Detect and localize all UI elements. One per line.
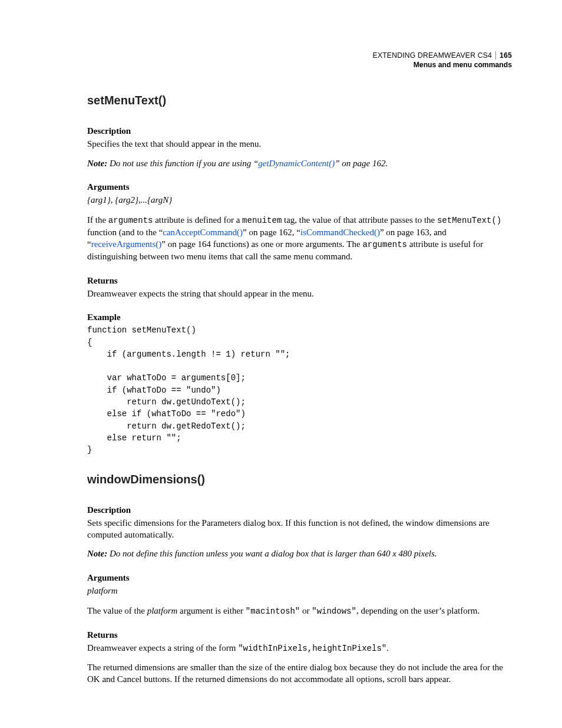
text: , depending on the user’s platform. — [356, 606, 480, 615]
arguments-signature: {arg1}, {arg2},...{argN} — [87, 194, 512, 206]
text: attribute is defined for a — [153, 215, 242, 225]
page-content: setMenuText() Description Specifies the … — [87, 50, 512, 686]
returns-text-2b: The returned dimensions are smaller than… — [87, 661, 512, 686]
note-setmenutext: Note: Do not use this function if you ar… — [87, 157, 512, 169]
code-menuitem: menuitem — [242, 216, 282, 225]
subhead-description-2: Description — [87, 504, 512, 516]
code-windows: "windows" — [312, 607, 356, 616]
link-receivearguments[interactable]: receiveArguments() — [91, 239, 162, 249]
heading-setmenutext: setMenuText() — [87, 93, 512, 108]
note-text-b: ” on page 162. — [335, 159, 388, 168]
text: Dreamweaver expects a string of the form — [87, 643, 238, 653]
page-number: 165 — [495, 51, 512, 60]
note-lead-2: Note: — [87, 549, 110, 558]
subhead-arguments-2: Arguments — [87, 572, 512, 584]
text: The value of the — [87, 606, 147, 615]
section-returns: Returns Dreamweaver expects the string t… — [87, 275, 512, 300]
text: or — [300, 606, 312, 615]
text: ” on page 162, “ — [243, 228, 300, 237]
note-windowdimensions: Note: Do not define this function unless… — [87, 548, 512, 559]
link-getdynamiccontent[interactable]: getDynamicContent() — [258, 159, 335, 168]
doc-title: EXTENDING DREAMWEAVER CS4 — [373, 51, 492, 60]
section-example: Example function setMenuText() { if (arg… — [87, 311, 512, 456]
text: . — [386, 643, 389, 653]
section-description: Description Specifies the text that shou… — [87, 125, 512, 169]
returns-text-2a: Dreamweaver expects a string of the form… — [87, 642, 512, 654]
arguments-signature-2: platform — [87, 585, 512, 597]
code-arguments: arguments — [108, 216, 153, 225]
returns-text: Dreamweaver expects the string that shou… — [87, 288, 512, 299]
code-setmenutext: setMenuText() — [437, 216, 501, 225]
example-code: function setMenuText() { if (arguments.l… — [87, 324, 512, 456]
subhead-description: Description — [87, 125, 512, 137]
text: tag, the value of that attribute passes … — [282, 215, 437, 225]
note-text-2: Do not define this function unless you w… — [110, 549, 437, 558]
em-platform: platform — [147, 606, 178, 615]
link-canacceptcommand[interactable]: canAcceptCommand() — [163, 228, 243, 237]
code-arguments-2: arguments — [362, 240, 407, 249]
running-header: EXTENDING DREAMWEAVER CS4165 Menus and m… — [373, 51, 512, 70]
note-text-a: Do not use this function if you are usin… — [110, 159, 258, 168]
code-dimensions-form: "widthInPixels,heightInPixels" — [238, 644, 386, 653]
link-iscommandchecked[interactable]: isCommandChecked() — [300, 228, 380, 237]
page: EXTENDING DREAMWEAVER CS4165 Menus and m… — [0, 0, 562, 728]
arguments-paragraph-2: The value of the platform argument is ei… — [87, 605, 512, 617]
subhead-example: Example — [87, 311, 512, 323]
heading-windowdimensions: windowDimensions() — [87, 472, 512, 487]
text: ” on page 164 functions) as one or more … — [161, 239, 362, 249]
description-text: Specifies the text that should appear in… — [87, 138, 512, 150]
text: argument is either — [177, 606, 246, 615]
section-arguments-2: Arguments platform The value of the plat… — [87, 572, 512, 617]
subhead-arguments: Arguments — [87, 181, 512, 193]
running-header-section: Menus and menu commands — [373, 60, 512, 70]
running-header-line1: EXTENDING DREAMWEAVER CS4165 — [373, 51, 512, 60]
description-text-2: Sets specific dimensions for the Paramet… — [87, 517, 512, 541]
text: If the — [87, 215, 108, 225]
text: function (and to the “ — [87, 228, 163, 237]
section-returns-2: Returns Dreamweaver expects a string of … — [87, 629, 512, 686]
arguments-paragraph: If the arguments attribute is defined fo… — [87, 214, 512, 262]
section-arguments: Arguments {arg1}, {arg2},...{argN} If th… — [87, 181, 512, 263]
section-description-2: Description Sets specific dimensions for… — [87, 504, 512, 560]
note-lead: Note: — [87, 159, 110, 168]
subhead-returns: Returns — [87, 275, 512, 286]
subhead-returns-2: Returns — [87, 629, 512, 641]
code-macintosh: "macintosh" — [246, 607, 300, 616]
